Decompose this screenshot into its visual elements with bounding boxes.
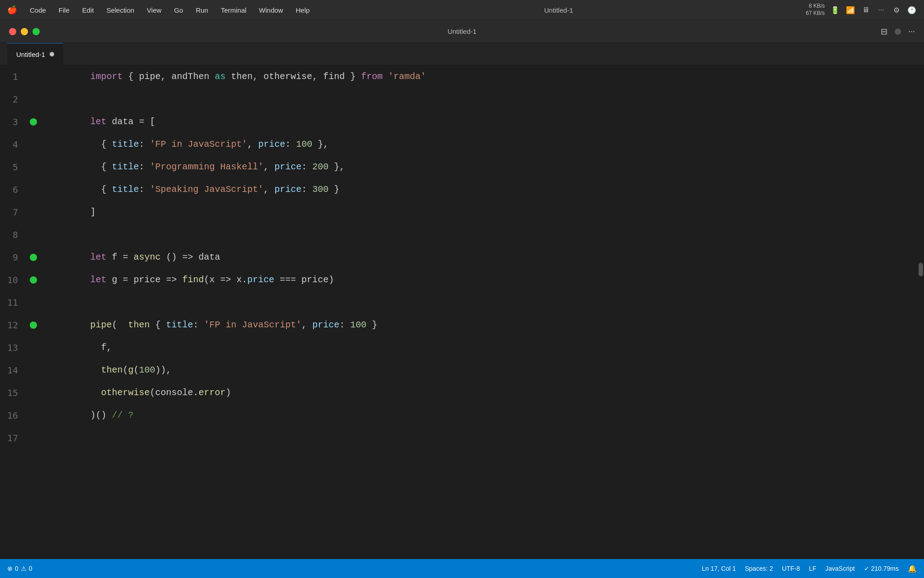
menu-edit[interactable]: Edit xyxy=(80,5,96,15)
code-line-6: 6 { title: 'Speaking JavaScript', price:… xyxy=(0,178,924,201)
code-line-17: 17 xyxy=(0,427,924,449)
code-editor[interactable]: 1 import { pipe, andThen as then, otherw… xyxy=(0,65,924,559)
encoding[interactable]: UTF-8 xyxy=(782,564,800,573)
code-line-10: 10 let g = price => find(x => x.price ==… xyxy=(0,269,924,291)
code-line-15: 15 otherwise(console.error) xyxy=(0,382,924,404)
menu-file[interactable]: File xyxy=(57,5,71,15)
tab-bar: Untitled-1 xyxy=(0,43,924,65)
close-button[interactable] xyxy=(9,28,16,35)
menu-selection[interactable]: Selection xyxy=(105,5,136,15)
tab-dot xyxy=(50,52,54,56)
window-actions: ⊟ ··· xyxy=(881,27,915,37)
menu-bar-right: 8 KB/s 67 KB/s 🔋 📶 🖥 ··· ⚙ 🕐 xyxy=(806,3,917,17)
more-options-icon[interactable]: ··· xyxy=(908,27,915,36)
circle-icon xyxy=(895,28,901,35)
more-icon[interactable]: ··· xyxy=(876,5,886,15)
menu-help[interactable]: Help xyxy=(294,5,311,15)
window-chrome: Untitled-1 ⊟ ··· xyxy=(0,20,924,43)
cursor-position[interactable]: Ln 17, Col 1 xyxy=(702,564,736,573)
menu-window[interactable]: Window xyxy=(257,5,285,15)
screen-icon: 🖥 xyxy=(861,5,871,15)
menu-bar-left: 🍎 Code File Edit Selection View Go Run T… xyxy=(7,5,311,15)
tab-label: Untitled-1 xyxy=(16,51,45,58)
apple-menu[interactable]: 🍎 xyxy=(7,5,17,15)
controlcenter-icon[interactable]: ⚙ xyxy=(892,5,901,15)
battery-icon: 🔋 xyxy=(830,5,840,15)
menu-code[interactable]: Code xyxy=(28,5,48,15)
error-icon: ⊗ xyxy=(7,565,13,572)
status-left: ⊗ 0 ⚠ 0 xyxy=(7,565,32,572)
network-info: 8 KB/s 67 KB/s xyxy=(806,3,825,17)
menu-run[interactable]: Run xyxy=(194,5,210,15)
warning-icon: ⚠ xyxy=(21,565,27,572)
eol[interactable]: LF xyxy=(809,564,816,573)
menu-terminal[interactable]: Terminal xyxy=(219,5,248,15)
timing: ✓ 210.79ms xyxy=(864,564,899,573)
wifi-icon: 📶 xyxy=(845,5,855,15)
scrollbar-thumb[interactable] xyxy=(919,263,923,276)
clock-icon: 🕐 xyxy=(907,5,917,15)
notifications-icon[interactable]: 🔔 xyxy=(908,564,917,573)
menu-bar-title: Untitled-1 xyxy=(322,6,795,14)
scrollbar-track[interactable] xyxy=(918,65,924,559)
error-count[interactable]: ⊗ 0 ⚠ 0 xyxy=(7,565,32,572)
code-line-12: 12 pipe( then { title: 'FP in JavaScript… xyxy=(0,314,924,336)
code-line-1: 1 import { pipe, andThen as then, otherw… xyxy=(0,65,924,88)
traffic-lights xyxy=(9,28,40,35)
menu-view[interactable]: View xyxy=(145,5,163,15)
split-editor-icon[interactable]: ⊟ xyxy=(881,27,887,37)
editor-area: 1 import { pipe, andThen as then, otherw… xyxy=(0,65,924,559)
menu-go[interactable]: Go xyxy=(172,5,185,15)
status-right: Ln 17, Col 1 Spaces: 2 UTF-8 LF JavaScri… xyxy=(702,564,917,573)
window-title: Untitled-1 xyxy=(448,28,476,35)
maximize-button[interactable] xyxy=(32,28,40,35)
tab-untitled1[interactable]: Untitled-1 xyxy=(7,43,63,65)
minimize-button[interactable] xyxy=(21,28,28,35)
indentation[interactable]: Spaces: 2 xyxy=(745,564,773,573)
language-mode[interactable]: JavaScript xyxy=(825,564,855,573)
menu-bar: 🍎 Code File Edit Selection View Go Run T… xyxy=(0,0,924,20)
status-bar: ⊗ 0 ⚠ 0 Ln 17, Col 1 Spaces: 2 UTF-8 LF … xyxy=(0,559,924,578)
